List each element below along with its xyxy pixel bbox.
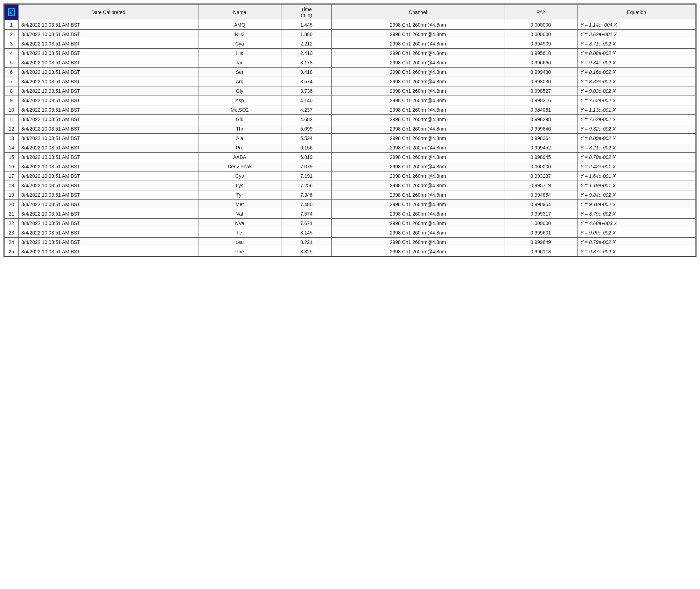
equation-cell: Y = 3.62e+001 X	[577, 30, 695, 39]
table-row: 16 8/4/2022 10:03:51 AM BST Deriv Peak 7…	[5, 162, 696, 171]
name-cell: MetSO2	[198, 105, 281, 115]
date-calibrated-cell: 8/4/2022 10:03:51 AM BST	[19, 96, 198, 105]
equation-cell: Y = 7.62e-002 X	[577, 96, 695, 105]
time-cell: 4.237	[281, 105, 331, 115]
time-header: Time (min)	[281, 5, 331, 20]
table-row: 12 8/4/2022 10:03:51 AM BST Thr 5.099 29…	[5, 124, 696, 134]
date-calibrated-cell: 8/4/2022 10:03:51 AM BST	[19, 115, 198, 124]
r2-cell: 0.996118	[504, 247, 577, 257]
table-row: 2 8/4/2022 10:03:51 AM BST NH3 1.886 299…	[5, 30, 696, 39]
name-cell: Glu	[198, 115, 281, 124]
time-cell: 6.156	[281, 143, 331, 153]
row-number: 17	[5, 171, 19, 181]
time-cell: 8.325	[281, 247, 331, 257]
row-number: 7	[5, 77, 19, 86]
r2-cell: 0.998316	[504, 96, 577, 105]
equation-cell: Y = 1.64e-001 X	[577, 171, 695, 181]
date-calibrated-cell: 8/4/2022 10:03:51 AM BST	[19, 153, 198, 162]
row-number: 8	[5, 86, 19, 96]
table-row: 21 8/4/2022 10:03:51 AM BST Val 7.574 29…	[5, 209, 696, 219]
table-row: 10 8/4/2022 10:03:51 AM BST MetSO2 4.237…	[5, 105, 696, 115]
row-number: 15	[5, 153, 19, 162]
time-cell: 7.079	[281, 162, 331, 171]
equation-cell: Y = 2.42e-001 X	[577, 162, 695, 171]
r2-cell: 0.000000	[504, 162, 577, 171]
equation-cell: Y = 8.16e-002 X	[577, 68, 695, 77]
r2-cell: 0.998298	[504, 115, 577, 124]
channel-cell: 2998 Ch1 260nm@4.8nm	[332, 219, 504, 228]
name-cell: NVa	[198, 219, 281, 228]
name-cell: Tyr	[198, 190, 281, 200]
equation-cell: Y = 8.70e-002 X	[577, 153, 695, 162]
row-number: 1	[5, 20, 19, 30]
equation-cell: Y = 1.13e-001 X	[577, 105, 695, 115]
r2-cell: 0.000000	[504, 30, 577, 39]
channel-cell: 2998 Ch1 260nm@4.8nm	[332, 181, 504, 190]
row-number: 20	[5, 200, 19, 209]
time-cell: 3.418	[281, 68, 331, 77]
r2-cell: 0.995719	[504, 181, 577, 190]
r2-header: R^2	[504, 5, 577, 20]
date-calibrated-cell: 8/4/2022 10:03:51 AM BST	[19, 77, 198, 86]
row-number: 22	[5, 219, 19, 228]
r2-cell: 0.994909	[504, 39, 577, 49]
name-cell: Tau	[198, 58, 281, 68]
table-row: 18 8/4/2022 10:03:51 AM BST Lys 7.256 29…	[5, 181, 696, 190]
channel-cell: 2998 Ch1 260nm@4.8nm	[332, 115, 504, 124]
name-cell: Asp	[198, 96, 281, 105]
time-cell: 7.574	[281, 209, 331, 219]
equation-cell: Y = 9.03e-002 X	[577, 86, 695, 96]
date-calibrated-cell: 8/4/2022 10:03:51 AM BST	[19, 247, 198, 257]
time-cell: 1.445	[281, 20, 331, 30]
channel-cell: 2998 Ch1 260nm@4.8nm	[332, 200, 504, 209]
name-cell: Ala	[198, 134, 281, 143]
time-cell: 2.410	[281, 49, 331, 58]
time-cell: 5.524	[281, 134, 331, 143]
time-cell: 8.145	[281, 228, 331, 238]
date-calibrated-cell: 8/4/2022 10:03:51 AM BST	[19, 39, 198, 49]
r2-cell: 0.998030	[504, 77, 577, 86]
table-row: 25 8/4/2022 10:03:51 AM BST Phe 8.325 29…	[5, 247, 696, 257]
table-row: 24 8/4/2022 10:03:51 AM BST Leu 8.221 29…	[5, 238, 696, 247]
channel-cell: 2998 Ch1 260nm@4.8nm	[332, 96, 504, 105]
channel-cell: 2998 Ch1 260nm@4.8nm	[332, 228, 504, 238]
row-number: 6	[5, 68, 19, 77]
equation-cell: Y = 8.08e-002 X	[577, 49, 695, 58]
date-calibrated-cell: 8/4/2022 10:03:51 AM BST	[19, 30, 198, 39]
channel-cell: 2998 Ch1 260nm@4.8nm	[332, 39, 504, 49]
equation-cell: Y = 9.34e-002 X	[577, 58, 695, 68]
time-cell: 7.256	[281, 181, 331, 190]
equation-cell: Y = 9.32e-002 X	[577, 124, 695, 134]
channel-cell: 2998 Ch1 260nm@4.8nm	[332, 238, 504, 247]
equation-cell: Y = 1.19e-001 X	[577, 181, 695, 190]
r2-cell: 0.998527	[504, 86, 577, 96]
name-cell: AMQ	[198, 20, 281, 30]
channel-cell: 2998 Ch1 260nm@4.8nm	[332, 30, 504, 39]
row-number: 24	[5, 238, 19, 247]
date-calibrated-cell: 8/4/2022 10:03:51 AM BST	[19, 134, 198, 143]
equation-cell: Y = 8.71e-002 X	[577, 39, 695, 49]
date-calibrated-cell: 8/4/2022 10:03:51 AM BST	[19, 190, 198, 200]
date-calibrated-cell: 8/4/2022 10:03:51 AM BST	[19, 171, 198, 181]
time-cell: 4.140	[281, 96, 331, 105]
row-number: 12	[5, 124, 19, 134]
r2-cell: 0.000000	[504, 20, 577, 30]
equation-cell: Y = 9.84e-002 X	[577, 190, 695, 200]
row-number: 4	[5, 49, 19, 58]
date-calibrated-cell: 8/4/2022 10:03:51 AM BST	[19, 49, 198, 58]
name-cell: Cya	[198, 39, 281, 49]
row-number: 19	[5, 190, 19, 200]
date-calibrated-cell: 8/4/2022 10:03:51 AM BST	[19, 228, 198, 238]
equation-header: Equation	[577, 5, 695, 20]
channel-cell: 2998 Ch1 260nm@4.8nm	[332, 58, 504, 68]
r2-cell: 0.999846	[504, 124, 577, 134]
equation-cell: Y = 8.21e-002 X	[577, 143, 695, 153]
row-number: 14	[5, 143, 19, 153]
table-row: 5 8/4/2022 10:03:51 AM BST Tau 3.178 299…	[5, 58, 696, 68]
equation-cell: Y = 8.00e-002 X	[577, 134, 695, 143]
e-icon: E	[8, 8, 15, 16]
date-calibrated-cell: 8/4/2022 10:03:51 AM BST	[19, 238, 198, 247]
date-calibrated-cell: 8/4/2022 10:03:51 AM BST	[19, 105, 198, 115]
row-index-header: E	[5, 5, 19, 20]
table-row: 1 8/4/2022 10:03:51 AM BST AMQ 1.445 299…	[5, 20, 696, 30]
